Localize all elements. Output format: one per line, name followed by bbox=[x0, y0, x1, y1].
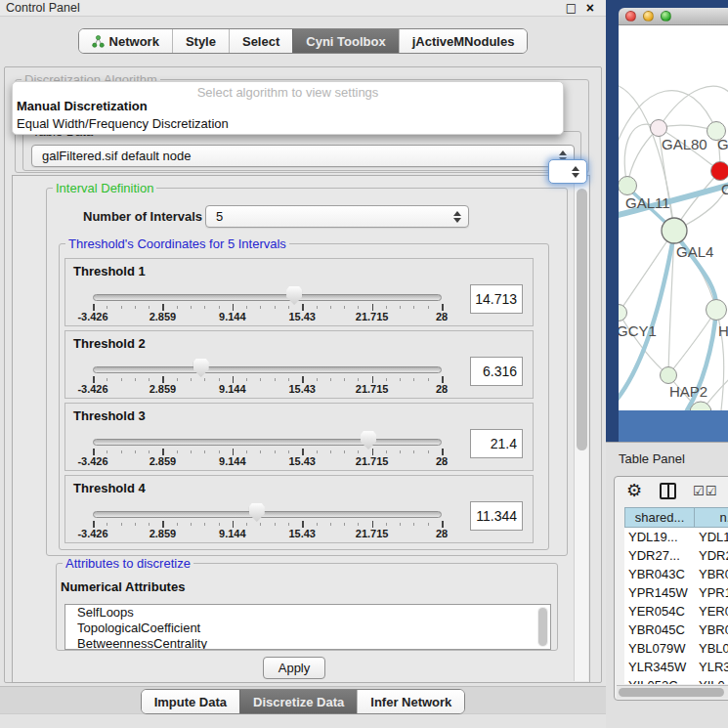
settings-scrollbar[interactable] bbox=[574, 177, 588, 681]
apply-button[interactable]: Apply bbox=[263, 657, 325, 679]
node bbox=[662, 218, 687, 243]
table-row[interactable]: YDL19... YDL1 bbox=[624, 528, 728, 546]
table-cell[interactable]: YBR0 bbox=[695, 565, 728, 583]
table-cell[interactable]: YER0 bbox=[695, 602, 728, 621]
threshold-slider[interactable]: -3.4262.8599.14415.4321.71528 bbox=[65, 476, 533, 542]
table-cell[interactable]: YLR3 bbox=[695, 658, 728, 676]
table-cell[interactable]: YER054C bbox=[624, 602, 695, 621]
tab-label: Style bbox=[186, 34, 216, 49]
list-item[interactable]: SelfLoops bbox=[65, 605, 550, 621]
tab-label: Select bbox=[242, 34, 279, 49]
slider-thumb-icon[interactable] bbox=[193, 359, 209, 377]
table-cell[interactable]: YDL1 bbox=[695, 528, 728, 546]
close-icon[interactable]: × bbox=[586, 0, 594, 16]
node-label: HAP2 bbox=[669, 383, 707, 400]
slider-track[interactable] bbox=[93, 439, 442, 446]
algorithm-combobox[interactable] bbox=[548, 159, 587, 184]
slider-track[interactable] bbox=[93, 511, 442, 518]
table-cell[interactable]: YPR145W bbox=[624, 583, 695, 602]
network-view-window[interactable]: GAL80 G C GAL11 GAL4 GCY1 H HAP2 bbox=[619, 8, 728, 442]
settings-scrollpane: Interval Definition Number of Intervals … bbox=[12, 175, 590, 683]
table-row[interactable]: YPR145W YPR1 bbox=[624, 583, 728, 602]
control-panel-tab[interactable]: Network bbox=[79, 29, 172, 53]
threshold-slider[interactable]: -3.4262.8599.14415.4321.71528 bbox=[65, 404, 533, 470]
cyni-mode-tab[interactable]: Impute Data bbox=[142, 690, 239, 713]
control-panel-tab[interactable]: Select bbox=[229, 29, 292, 53]
attributes-group: Attributes to discretize Numerical Attri… bbox=[56, 563, 558, 651]
node-label: G bbox=[717, 136, 728, 152]
control-panel-tab[interactable]: jActiveMNodules bbox=[399, 29, 528, 53]
table-data-combobox[interactable]: galFiltered.sif default node bbox=[31, 145, 575, 167]
table-row[interactable]: YLR345W YLR3 bbox=[624, 658, 728, 676]
table-cell[interactable]: YDL19... bbox=[624, 528, 695, 546]
combo-stepper-icon bbox=[571, 160, 580, 183]
dropdown-option[interactable]: Equal Width/Frequency Discretization bbox=[17, 116, 229, 131]
group-title: Threshold's Coordinates for 5 Intervals bbox=[65, 236, 289, 251]
checkbox-icons[interactable]: ☑☑ bbox=[693, 484, 717, 498]
numerical-attributes-label: Numerical Attributes bbox=[61, 579, 185, 594]
columns-icon[interactable] bbox=[660, 483, 676, 499]
table-cell[interactable]: YBR0 bbox=[695, 621, 728, 639]
float-window-icon[interactable]: □ bbox=[566, 1, 577, 15]
table-header: shared... n... bbox=[624, 507, 728, 528]
table-cell[interactable]: YIL0 bbox=[695, 676, 728, 684]
node-selected bbox=[711, 162, 728, 181]
threshold-value-field[interactable]: 11.344 bbox=[470, 501, 523, 531]
threshold-panel: Threshold 3 -3.4262.8599.14415.4321.7152… bbox=[64, 403, 534, 471]
threshold-panel: Threshold 1 -3.4262.8599.14415.4321.7152… bbox=[64, 258, 534, 326]
table-cell[interactable]: YLR345W bbox=[624, 658, 695, 676]
slider-thumb-icon[interactable] bbox=[286, 286, 302, 305]
slider-track[interactable] bbox=[93, 294, 442, 301]
column-header[interactable]: shared... bbox=[624, 507, 695, 528]
table-cell[interactable]: YIL052C bbox=[624, 676, 695, 684]
table-cell[interactable]: YDR27... bbox=[624, 546, 695, 565]
interval-definition-group: Interval Definition Number of Intervals … bbox=[46, 188, 568, 556]
threshold-value-field[interactable]: 14.713 bbox=[470, 284, 523, 314]
list-item[interactable]: BetweennessCentrality bbox=[65, 636, 550, 650]
table-row[interactable]: YIL052C YIL0 bbox=[624, 676, 728, 684]
node bbox=[661, 367, 677, 384]
list-scrollbar[interactable] bbox=[537, 607, 548, 647]
network-canvas[interactable]: GAL80 G C GAL11 GAL4 GCY1 H HAP2 bbox=[619, 25, 728, 410]
threshold-slider[interactable]: -3.4262.8599.14415.4321.71528 bbox=[65, 259, 533, 325]
slider-tick-labels: -3.4262.8599.14415.4321.71528 bbox=[65, 528, 535, 540]
tab-label: jActiveMNodules bbox=[412, 34, 515, 49]
tab-label: Infer Network bbox=[370, 695, 451, 709]
threshold-slider[interactable]: -3.4262.8599.14415.4321.71528 bbox=[65, 331, 533, 398]
table-row[interactable]: YBR043C YBR0 bbox=[624, 565, 728, 583]
table-row[interactable]: YBL079W YBL0 bbox=[624, 639, 728, 658]
group-title: Attributes to discretize bbox=[63, 556, 193, 571]
table-row[interactable]: YER054C YER0 bbox=[624, 602, 728, 621]
table-row[interactable]: YBR045C YBR0 bbox=[624, 621, 728, 639]
slider-thumb-icon[interactable] bbox=[361, 431, 376, 450]
zoom-traffic-icon[interactable] bbox=[661, 11, 671, 21]
minimize-traffic-icon[interactable] bbox=[643, 11, 654, 21]
threshold-value-field[interactable]: 6.316 bbox=[470, 357, 523, 386]
slider-track[interactable] bbox=[93, 366, 442, 373]
node-table: ⚙ ☑☑ shared... n... YDL19... YDL1 bbox=[614, 476, 728, 701]
control-panel-tab[interactable]: Cyni Toolbox bbox=[292, 29, 398, 53]
list-item[interactable]: TopologicalCoefficient bbox=[65, 621, 550, 636]
table-cell[interactable]: YPR1 bbox=[695, 583, 728, 602]
column-header[interactable]: n... bbox=[695, 507, 728, 528]
table-row[interactable]: YDR27... YDR2 bbox=[624, 546, 728, 565]
table-cell[interactable]: YBL0 bbox=[695, 639, 728, 658]
table-horizontal-scrollbar[interactable] bbox=[617, 685, 728, 699]
slider-thumb-icon[interactable] bbox=[249, 503, 265, 522]
gear-icon[interactable]: ⚙ bbox=[626, 480, 642, 500]
cyni-mode-tab[interactable]: Discretize Data bbox=[239, 690, 357, 713]
slider-tick-labels: -3.4262.8599.14415.4321.71528 bbox=[65, 311, 535, 323]
close-traffic-icon[interactable] bbox=[625, 11, 636, 21]
dropdown-option[interactable]: Manual Discretization bbox=[17, 99, 148, 113]
cyni-mode-tab[interactable]: Infer Network bbox=[357, 690, 464, 713]
table-cell[interactable]: YBL079W bbox=[624, 639, 695, 658]
node-label: GAL80 bbox=[662, 136, 707, 152]
table-cell[interactable]: YBR043C bbox=[624, 565, 695, 583]
attributes-list[interactable]: SelfLoops TopologicalCoefficient Between… bbox=[64, 604, 551, 650]
table-cell[interactable]: YBR045C bbox=[624, 621, 695, 639]
intervals-combobox[interactable]: 5 bbox=[205, 205, 469, 228]
threshold-value-field[interactable]: 21.4 bbox=[470, 429, 523, 458]
panel-title: Control Panel bbox=[6, 1, 80, 15]
control-panel-tab[interactable]: Style bbox=[172, 29, 229, 53]
table-cell[interactable]: YDR2 bbox=[695, 546, 728, 565]
